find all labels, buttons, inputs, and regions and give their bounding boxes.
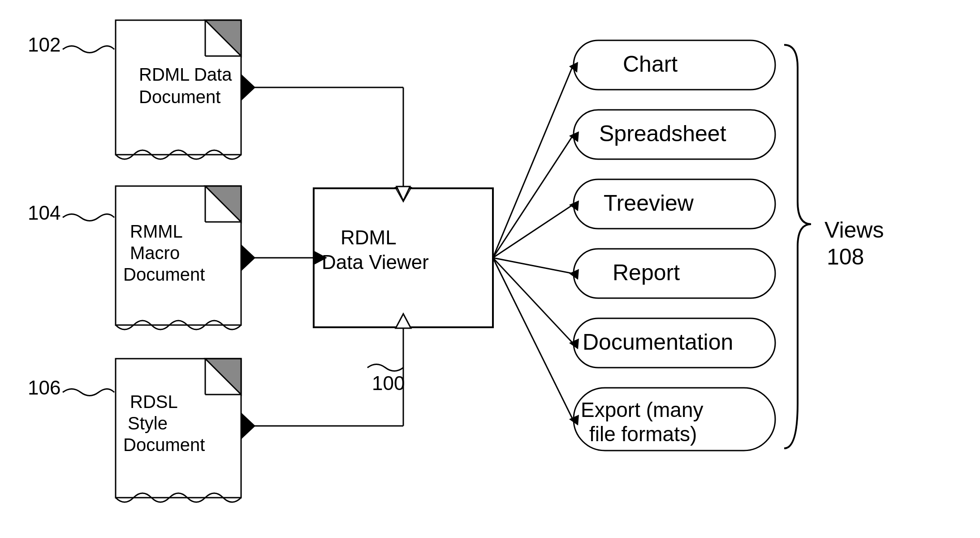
arrow-to-treeview <box>493 205 573 258</box>
viewer-text1: RDML <box>341 226 397 248</box>
doc2-text2: Macro <box>130 243 180 263</box>
viewer-group: RDML Data Viewer <box>314 188 493 327</box>
doc3-text3: Document <box>123 435 205 455</box>
label100-squiggle <box>367 364 403 371</box>
arrow-to-export <box>493 258 573 419</box>
view1-group: Chart <box>574 40 775 90</box>
view5-label: Documentation <box>583 330 733 355</box>
view3-label: Treeview <box>604 191 694 216</box>
view4-label: Report <box>613 260 680 285</box>
doc1-squiggle <box>63 46 114 53</box>
doc1-text1: RDML Data <box>139 65 232 84</box>
view2-label: Spreadsheet <box>599 121 726 146</box>
arrow-to-chart <box>493 66 573 258</box>
label-106: 106 <box>28 377 60 399</box>
view6-text2: file formats) <box>589 422 697 446</box>
view2-group: Spreadsheet <box>574 110 775 159</box>
doc2-text1: RMML <box>130 221 183 241</box>
view6-group: Export (many file formats) <box>574 388 775 451</box>
doc3-group: 106 RDSL Style Document <box>28 359 255 502</box>
doc3-text1: RDSL <box>130 392 178 412</box>
doc3-squiggle <box>63 389 114 396</box>
arrow-to-spreadsheet <box>493 136 573 258</box>
view3-group: Treeview <box>574 179 775 229</box>
doc3-text2: Style <box>128 413 168 433</box>
viewer-text2: Data Viewer <box>322 251 429 273</box>
view5-group: Documentation <box>574 318 775 368</box>
view4-group: Report <box>574 249 775 298</box>
doc1-text2: Document <box>139 87 220 107</box>
view1-label: Chart <box>623 52 678 77</box>
views-label: Views <box>825 217 884 243</box>
doc2-squiggle <box>63 214 114 221</box>
doc2-group: 104 RMML Macro Document <box>28 186 255 330</box>
label-100: 100 <box>372 372 405 394</box>
doc1-group: 102 RDML Data Document <box>28 20 255 159</box>
views-num: 108 <box>827 244 864 269</box>
curly-brace <box>784 45 811 448</box>
view6-text1: Export (many <box>581 398 704 421</box>
label-102: 102 <box>28 34 60 56</box>
doc2-text3: Document <box>123 265 205 284</box>
label-104: 104 <box>28 202 60 224</box>
diagram-container: 102 RDML Data Document 104 <box>0 0 980 538</box>
